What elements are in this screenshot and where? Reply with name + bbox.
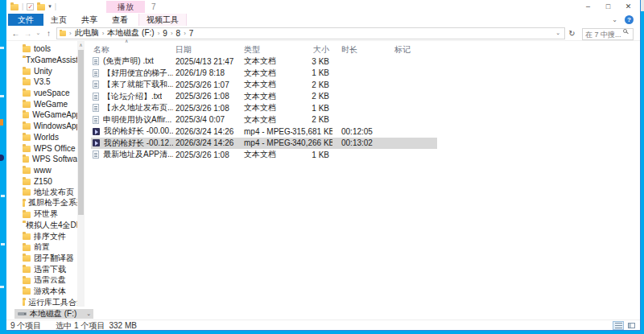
sidebar-item[interactable]: vueSpace bbox=[6, 88, 85, 99]
sidebar-item[interactable]: WPS Office bbox=[6, 142, 85, 154]
sidebar-item[interactable]: 前置 bbox=[6, 241, 85, 253]
folder-icon[interactable] bbox=[37, 4, 45, 10]
tab-video-tools[interactable]: 视频工具 bbox=[138, 14, 187, 26]
sidebar-item[interactable]: 地址发布页 bbox=[6, 187, 85, 198]
sidebar-item[interactable]: 排序文件 bbox=[6, 231, 85, 242]
title-bar: | ✓ ▾ | 播放 7 – □ ✕ bbox=[6, 0, 640, 14]
column-header-3[interactable]: 大小 bbox=[292, 44, 332, 56]
sidebar-item[interactable]: www bbox=[6, 165, 85, 176]
file-row[interactable]: 我的枪好长 -00.12...2026/3/24 14:26mp4 - MPEG… bbox=[91, 138, 437, 150]
folder-icon bbox=[23, 233, 31, 240]
breadcrumb-segment-1[interactable]: 本地磁盘 (F:) bbox=[107, 27, 154, 39]
file-row[interactable]: 申明使用协议Affir...2025/3/4 0:07文本文档2 KB bbox=[91, 114, 437, 126]
details-view-button[interactable] bbox=[613, 321, 624, 330]
up-button[interactable]: ↑ bbox=[43, 29, 55, 38]
file-size-cell: 1 KB bbox=[292, 151, 332, 159]
desktop-icon-fragment bbox=[1, 195, 5, 197]
thumbnails-view-button[interactable] bbox=[625, 321, 637, 330]
sidebar-item[interactable]: 迅雷下载 bbox=[6, 264, 85, 275]
file-name: (免责声明) .txt bbox=[103, 56, 154, 67]
video-file-icon bbox=[93, 128, 100, 135]
sidebar-item-label: 模拟人生4全DLC整 bbox=[26, 220, 85, 231]
folder-icon bbox=[23, 179, 31, 185]
sidebar-item[interactable]: V3.5 bbox=[6, 76, 85, 88]
folder-icon[interactable] bbox=[10, 4, 19, 10]
file-row[interactable]: 【论坛介绍】.txt2025/3/26 1:08文本文档2 KB bbox=[91, 91, 437, 103]
sidebar-item[interactable]: tools bbox=[6, 43, 85, 55]
file-row[interactable]: 【来了就能下载和...2025/3/26 1:07文本文档2 KB bbox=[91, 79, 437, 91]
sidebar-item[interactable]: Unity bbox=[6, 65, 85, 76]
video-file-icon bbox=[93, 139, 100, 146]
status-bar: 9 个项目 选中 1 个项目 332 MB bbox=[6, 320, 640, 331]
file-row[interactable]: (免责声明) .txt2025/4/13 21:47文本文档3 KB bbox=[91, 56, 437, 68]
file-row[interactable]: 【永久地址发布页...2025/3/26 1:08文本文档1 KB bbox=[91, 102, 437, 114]
close-button[interactable]: ✕ bbox=[618, 0, 638, 13]
sidebar-scrollbar[interactable]: ∧ bbox=[77, 41, 85, 307]
breadcrumb-segment-0[interactable]: 此电脑 bbox=[75, 27, 99, 39]
column-header-0[interactable]: 名称∧ bbox=[91, 44, 173, 56]
tab-file[interactable]: 文件 bbox=[8, 14, 43, 26]
sidebar-item[interactable]: 团子翻译器 bbox=[6, 253, 85, 264]
sidebar-item[interactable]: TxGameAssistant bbox=[6, 55, 85, 66]
qat-customize-icon[interactable]: ▾ bbox=[48, 3, 52, 10]
file-size-cell: 1 KB bbox=[292, 104, 332, 113]
breadcrumb-separator: › bbox=[180, 30, 189, 37]
file-type-cell: 文本文档 bbox=[242, 102, 292, 113]
file-name-cell: 【论坛介绍】.txt bbox=[91, 91, 173, 102]
file-row[interactable]: 最新地址及APP清...2025/3/26 1:08文本文档1 KB bbox=[91, 149, 437, 161]
scrollbar-thumb[interactable] bbox=[78, 50, 84, 215]
sidebar-item[interactable]: WeGameApps bbox=[6, 109, 85, 121]
file-size-cell: 2 KB bbox=[292, 92, 332, 101]
column-header-2[interactable]: 类型 bbox=[242, 44, 292, 56]
file-row[interactable]: 【好用便宜的梯子...2026/1/9 8:18文本文档1 KB bbox=[91, 68, 437, 80]
address-dropdown-icon[interactable]: ⌄ bbox=[555, 30, 562, 36]
sidebar-item[interactable]: 运行库工具合集 bbox=[6, 297, 85, 308]
sidebar-item[interactable]: WindowsApps bbox=[6, 121, 85, 132]
ribbon-collapse-icon[interactable]: ⌄ bbox=[612, 16, 617, 23]
qat-checkbox-icon[interactable]: ✓ bbox=[27, 3, 34, 10]
maximize-button[interactable]: □ bbox=[598, 0, 618, 13]
help-icon[interactable]: ? bbox=[625, 15, 634, 24]
column-header-5[interactable]: 标记 bbox=[392, 44, 437, 56]
sidebar-item-local-disk-f[interactable]: 本地磁盘 (F:) ⌄ bbox=[14, 309, 93, 319]
folder-icon bbox=[60, 31, 66, 36]
back-button[interactable]: ← bbox=[10, 29, 22, 38]
ribbon-tab-1[interactable]: 共享 bbox=[74, 14, 105, 26]
column-header-4[interactable]: 时长 bbox=[339, 44, 386, 56]
ribbon-tabs: 文件 主页共享查看 视频工具 ⌄ ? bbox=[6, 14, 640, 26]
refresh-icon[interactable]: ↻ bbox=[565, 29, 579, 38]
sidebar-item[interactable]: Z150 bbox=[6, 175, 85, 187]
text-file-icon bbox=[93, 116, 99, 124]
column-header-1[interactable]: 日期 bbox=[173, 44, 242, 56]
selection-size: 332 MB bbox=[109, 321, 136, 330]
sidebar-item[interactable]: WeGame bbox=[6, 98, 85, 109]
file-type-cell: mp4 - MPEG-4 ... bbox=[242, 127, 292, 136]
sidebar-item[interactable]: WPS Software bbox=[6, 154, 85, 165]
chevron-down-icon[interactable]: ⌄ bbox=[86, 311, 91, 317]
scroll-up-icon[interactable]: ∧ bbox=[77, 42, 85, 47]
folder-tree: toolsTxGameAssistantUnityV3.5vueSpaceWeG… bbox=[6, 41, 85, 308]
text-file-icon bbox=[93, 69, 99, 77]
file-row[interactable]: 我的枪好长 -00.00...2026/3/24 14:26mp4 - MPEG… bbox=[91, 126, 437, 138]
ribbon-tab-0[interactable]: 主页 bbox=[43, 14, 74, 26]
breadcrumb-segment-4[interactable]: 7 bbox=[189, 29, 194, 38]
search-icon bbox=[623, 29, 627, 33]
desktop-icon-fragment bbox=[0, 286, 4, 288]
quick-access-toolbar: | ✓ ▾ | bbox=[10, 2, 56, 10]
minimize-button[interactable]: – bbox=[578, 0, 598, 13]
recent-locations-icon[interactable]: ⌄ bbox=[34, 30, 43, 36]
ribbon-tab-2[interactable]: 查看 bbox=[105, 14, 135, 26]
sidebar-item[interactable]: 游戏本体 bbox=[6, 286, 85, 297]
sidebar-item[interactable]: 环世界 bbox=[6, 208, 85, 220]
desktop-icon-fragment bbox=[0, 95, 4, 97]
forward-button[interactable]: → bbox=[22, 29, 34, 38]
breadcrumb: ›此电脑›本地磁盘 (F:)›9›8›7 bbox=[66, 27, 193, 39]
sidebar-item[interactable]: 孤胆枪手全系列 bbox=[6, 198, 85, 209]
sidebar-item[interactable]: Worlds bbox=[6, 132, 85, 143]
file-size-cell: 340,266 KB bbox=[292, 138, 332, 147]
sidebar-item-label: 孤胆枪手全系列 bbox=[28, 197, 85, 208]
sidebar-item[interactable]: 迅雷云盘 bbox=[6, 274, 85, 286]
sidebar-item-label: Worlds bbox=[34, 133, 59, 142]
address-bar[interactable]: ›此电脑›本地磁盘 (F:)›9›8›7 ⌄ bbox=[56, 27, 565, 39]
sidebar-item[interactable]: 模拟人生4全DLC整 bbox=[6, 220, 85, 231]
